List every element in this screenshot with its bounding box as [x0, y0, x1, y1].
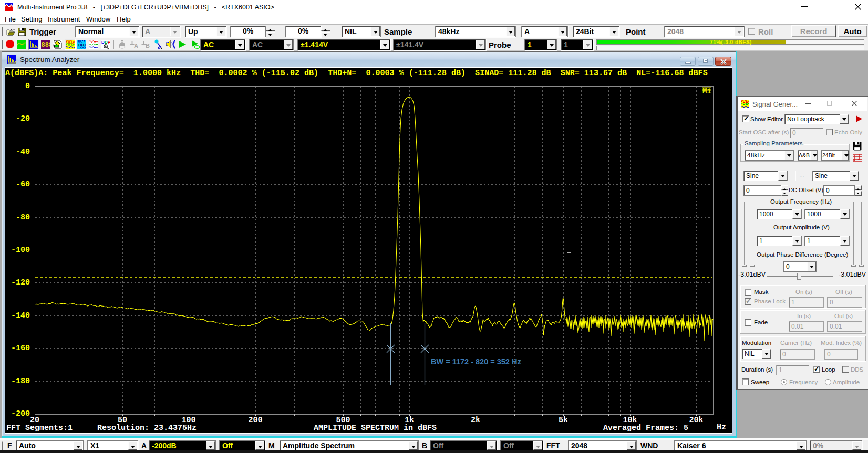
svg-text:888: 888 — [42, 41, 50, 49]
svg-text:Mi: Mi — [702, 87, 711, 96]
svg-text:B: B — [146, 43, 150, 49]
svg-text:P: P — [108, 40, 110, 45]
svg-text:A: A — [134, 43, 138, 49]
svg-text:DUT: DUT — [78, 43, 86, 47]
